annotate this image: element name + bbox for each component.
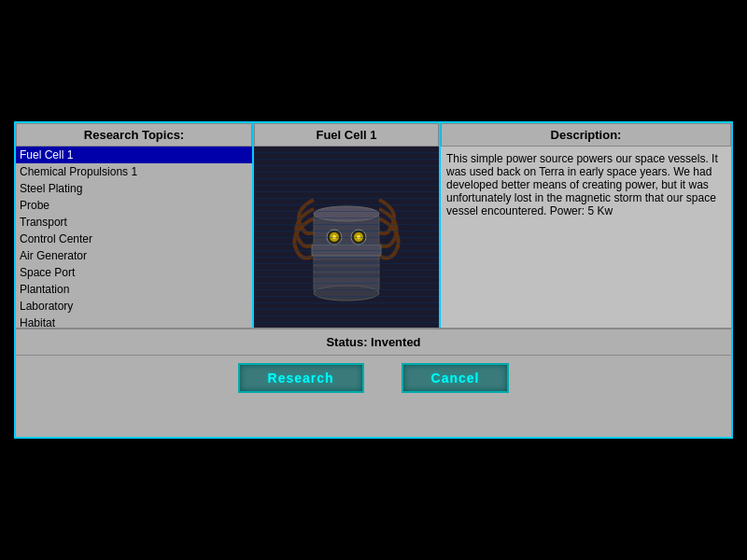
description-header: Description: — [441, 123, 731, 147]
item-image-panel: Fuel Cell 1 — [254, 123, 441, 328]
list-item[interactable]: Space Port — [16, 264, 252, 281]
list-item[interactable]: Air Generator — [16, 247, 252, 264]
description-panel: Description: This simple power source po… — [441, 123, 731, 328]
description-text: This simple power source powers our spac… — [441, 147, 731, 328]
list-item[interactable]: Steel Plating — [16, 180, 252, 197]
list-item[interactable]: Chemical Propulsions 1 — [16, 163, 252, 180]
list-item[interactable]: Laboratory — [16, 298, 252, 315]
item-name-header: Fuel Cell 1 — [254, 123, 439, 147]
research-topics-list[interactable]: Fuel Cell 1Chemical Propulsions 1Steel P… — [16, 147, 252, 328]
list-item[interactable]: Control Center — [16, 231, 252, 247]
list-item[interactable]: Transport — [16, 214, 252, 231]
button-row: Research Cancel — [16, 356, 731, 400]
status-bar: Status: Invented — [16, 329, 731, 356]
list-item[interactable]: Fuel Cell 1 — [16, 147, 252, 163]
research-topics-header: Research Topics: — [16, 123, 252, 147]
list-item[interactable]: Plantation — [16, 281, 252, 298]
cancel-button[interactable]: Cancel — [402, 363, 510, 393]
list-item[interactable]: Probe — [16, 197, 252, 214]
item-image-area — [254, 147, 439, 328]
research-topics-panel: Research Topics: Fuel Cell 1Chemical Pro… — [16, 123, 254, 328]
research-button[interactable]: Research — [238, 363, 364, 393]
list-item[interactable]: Habitat — [16, 315, 252, 328]
research-dialog: Research Topics: Fuel Cell 1Chemical Pro… — [14, 121, 733, 439]
